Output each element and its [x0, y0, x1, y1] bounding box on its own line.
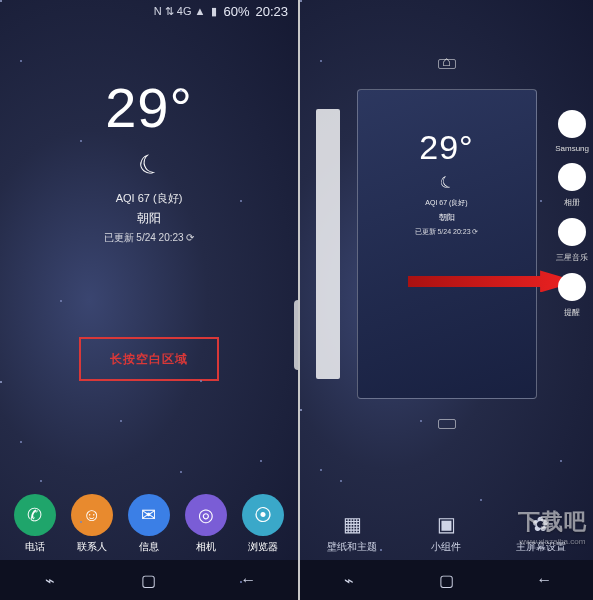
messages-icon: ✉ [128, 494, 170, 536]
edge-label: Samsung [555, 144, 589, 153]
status-indicators: N ⇅ 4G ▲ [154, 5, 206, 18]
updated-text: 已更新 5/24 20:23 ⟳ [0, 231, 298, 245]
location-text: 朝阳 [358, 212, 536, 223]
aqi-text: AQI 67 (良好) [0, 191, 298, 206]
aqi-text: AQI 67 (良好) [358, 198, 536, 208]
phone-icon: ✆ [14, 494, 56, 536]
page-handle-bottom[interactable] [438, 419, 456, 429]
nav-back-button[interactable]: ← [524, 571, 564, 589]
edge-label: 三星音乐 [556, 252, 588, 263]
dock-label: 联系人 [77, 540, 107, 554]
edge-app-gallery[interactable] [558, 163, 586, 191]
weather-widget[interactable]: 29° ☾ AQI 67 (良好) 朝阳 已更新 5/24 20:23 ⟳ [0, 75, 298, 245]
edge-panel[interactable]: Samsung 相册 三星音乐 提醒 [555, 110, 589, 318]
temperature-value: 29 [105, 76, 169, 139]
prev-page-thumb[interactable] [316, 109, 340, 379]
widget-icon: ▣ [437, 512, 456, 536]
navigation-bar: ⌁ ▢ ← [300, 560, 593, 600]
dock-app-contacts[interactable]: ☺联系人 [71, 494, 113, 554]
moon-icon: ☾ [437, 171, 457, 194]
dock: ✆电话 ☺联系人 ✉信息 ◎相机 ⦿浏览器 [0, 494, 298, 554]
location-text: 朝阳 [0, 210, 298, 227]
home-screen: N ⇅ 4G ▲ ▮ 60% 20:23 29° ☾ AQI 67 (良好) 朝… [0, 0, 298, 600]
watermark-small: www.xiazaiba.com [518, 537, 587, 546]
dock-label: 浏览器 [248, 540, 278, 554]
dock-label: 电话 [25, 540, 45, 554]
option-widgets[interactable]: ▣小组件 [431, 512, 461, 554]
nav-home-button[interactable]: ▢ [426, 571, 466, 590]
camera-icon: ◎ [185, 494, 227, 536]
brush-icon: ▦ [343, 512, 362, 536]
edge-app-music[interactable] [558, 218, 586, 246]
highlight-label: 长按空白区域 [110, 351, 188, 368]
nav-recent-button[interactable]: ⌁ [30, 571, 70, 590]
contacts-icon: ☺ [71, 494, 113, 536]
degree-symbol: ° [459, 128, 474, 166]
edge-app-reminder[interactable] [558, 273, 586, 301]
navigation-bar: ⌁ ▢ ← [0, 560, 298, 600]
battery-icon: ▮ [211, 5, 217, 18]
option-wallpaper-themes[interactable]: ▦壁纸和主题 [327, 512, 377, 554]
nav-home-button[interactable]: ▢ [129, 571, 169, 590]
home-editor-screen: . ⌂ 29° ☾ AQI 67 (良好) 朝阳 已更新 5/24 20:23 … [300, 0, 593, 600]
edge-label: 相册 [564, 197, 580, 208]
watermark-big: 下载吧 [518, 509, 587, 534]
edge-label: 提醒 [564, 307, 580, 318]
status-bar: N ⇅ 4G ▲ ▮ 60% 20:23 [0, 0, 298, 19]
moon-icon: ☾ [133, 147, 165, 184]
dock-app-messages[interactable]: ✉信息 [128, 494, 170, 554]
updated-text: 已更新 5/24 20:23 ⟳ [358, 227, 536, 237]
status-time: 20:23 [255, 4, 288, 19]
dock-label: 信息 [139, 540, 159, 554]
page-handle-top[interactable] [438, 59, 456, 69]
edge-panel-handle[interactable] [294, 300, 298, 370]
dock-label: 相机 [196, 540, 216, 554]
dock-app-browser[interactable]: ⦿浏览器 [242, 494, 284, 554]
option-label: 壁纸和主题 [327, 540, 377, 554]
page-carousel[interactable]: 29° ☾ AQI 67 (良好) 朝阳 已更新 5/24 20:23 ⟳ [352, 79, 542, 409]
option-label: 小组件 [431, 540, 461, 554]
browser-icon: ⦿ [242, 494, 284, 536]
dock-app-phone[interactable]: ✆电话 [14, 494, 56, 554]
watermark: 下载吧 www.xiazaiba.com [518, 507, 587, 546]
current-page-thumb[interactable]: 29° ☾ AQI 67 (良好) 朝阳 已更新 5/24 20:23 ⟳ [357, 89, 537, 399]
degree-symbol: ° [169, 76, 192, 139]
edge-app-samsung[interactable] [558, 110, 586, 138]
battery-percent: 60% [223, 4, 249, 19]
nav-recent-button[interactable]: ⌁ [329, 571, 369, 590]
temperature-value: 29 [419, 128, 459, 166]
dock-app-camera[interactable]: ◎相机 [185, 494, 227, 554]
longpress-highlight-box[interactable]: 长按空白区域 [79, 337, 219, 381]
nav-back-button[interactable]: ← [228, 571, 268, 589]
